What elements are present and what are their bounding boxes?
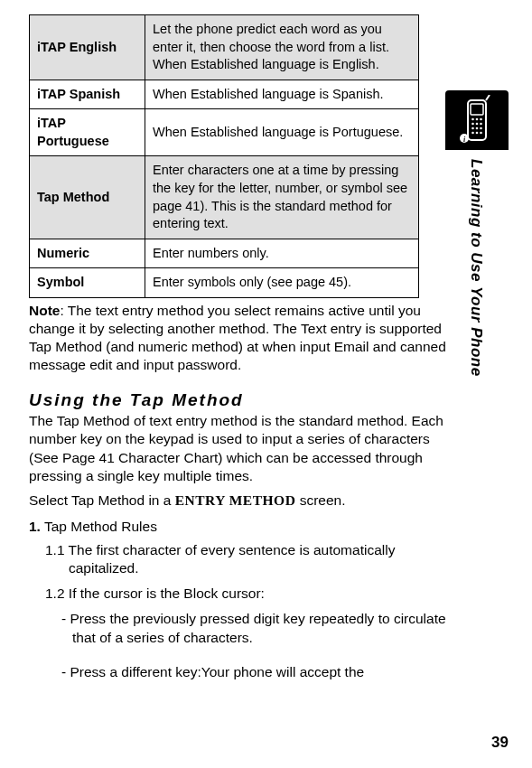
select-tap-line: Select Tap Method in a ENTRY METHOD scre…	[29, 492, 452, 509]
select-prefix: Select Tap Method in a	[29, 492, 175, 508]
chapter-side-label: Learning to Use Your Phone	[467, 159, 485, 377]
note-label: Note	[29, 303, 60, 318]
list-number: 1.	[29, 519, 41, 534]
note-text: : The text entry method you select remai…	[29, 303, 446, 372]
side-tab: i Learning to Use Your Phone	[445, 90, 509, 377]
phone-icon: i	[459, 95, 495, 145]
select-suffix: screen.	[295, 492, 345, 508]
list-item-1-1: 1.1 The first character of every sentenc…	[45, 541, 452, 577]
svg-point-12	[476, 132, 479, 135]
table-row-label: Symbol	[30, 268, 145, 298]
table-row-label: Tap Method	[30, 156, 145, 239]
entry-methods-table: iTAP English Let the phone predict each …	[29, 14, 419, 298]
svg-point-6	[476, 123, 479, 126]
phone-icon-box: i	[445, 90, 509, 150]
bullet-item-2: - Press a different key:Your phone will …	[61, 663, 452, 681]
table-row-label: iTAP Spanish	[30, 80, 145, 109]
table-row-desc: Enter characters one at a time by pressi…	[145, 156, 419, 239]
table-row-desc: Enter numbers only.	[145, 239, 419, 268]
svg-point-13	[480, 132, 482, 135]
table-row-desc: Let the phone predict each word as you e…	[145, 15, 419, 80]
svg-point-3	[476, 118, 479, 121]
table-row-desc: Enter symbols only (see page 45).	[145, 268, 419, 298]
entry-method-label: ENTRY METHOD	[175, 492, 296, 508]
svg-point-2	[471, 118, 474, 121]
list-item-1: 1. Tap Method Rules	[29, 518, 452, 536]
svg-point-9	[476, 127, 479, 130]
svg-point-8	[471, 127, 474, 130]
svg-rect-1	[471, 104, 483, 115]
page-number: 39	[491, 734, 509, 752]
svg-point-10	[480, 127, 482, 130]
section-heading: Using the Tap Method	[29, 390, 452, 410]
table-row-label: iTAP Portuguese	[30, 109, 145, 156]
svg-point-4	[480, 118, 482, 121]
table-row-desc: When Established language is Portuguese.	[145, 109, 419, 156]
tap-intro-text: The Tap Method of text entry method is t…	[29, 412, 452, 485]
svg-point-11	[471, 132, 474, 135]
note-paragraph: Note: The text entry method you select r…	[29, 302, 452, 375]
list-item-1-2: 1.2 If the cursor is the Block cursor:	[45, 585, 452, 603]
svg-point-5	[471, 123, 474, 126]
svg-line-14	[486, 95, 490, 100]
table-row-label: iTAP English	[30, 15, 145, 80]
table-row-label: Numeric	[30, 239, 145, 268]
bullet-item-1: - Press the previously pressed digit key…	[61, 610, 452, 646]
svg-point-7	[480, 123, 482, 126]
table-row-desc: When Established language is Spanish.	[145, 80, 419, 109]
list-title: Tap Method Rules	[41, 519, 157, 534]
